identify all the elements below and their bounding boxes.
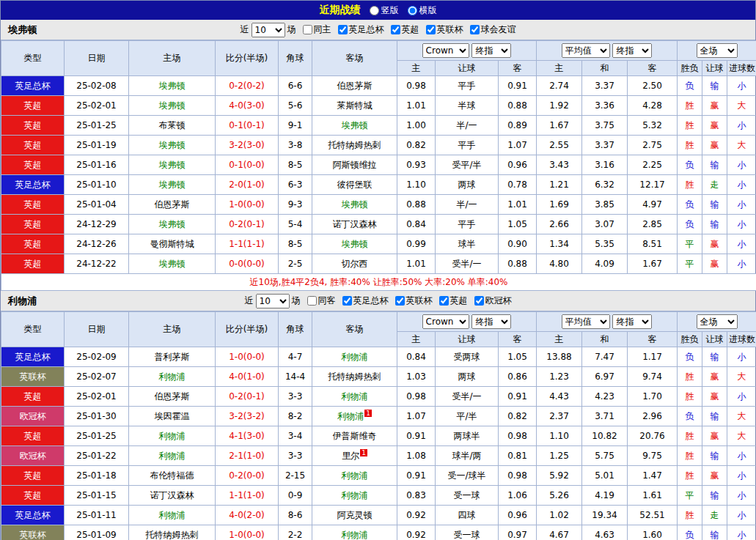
home-odds-cell: 0.91 <box>397 426 436 446</box>
league-filter[interactable]: 英联杯 <box>422 23 463 36</box>
matches-label: 场 <box>292 295 301 307</box>
bookmaker-select[interactable]: Crown <box>422 43 469 58</box>
layout-horizontal-option[interactable]: 横版 <box>408 4 437 17</box>
vertical-radio-label: 竖版 <box>381 4 399 17</box>
result-cell: 胜 <box>678 446 702 466</box>
handicap-line-cell: 两球 <box>436 175 499 195</box>
home-odds-cell: 0.92 <box>397 525 436 540</box>
league-filter[interactable]: 欧冠杯 <box>470 295 512 307</box>
away-team-cell: 埃弗顿 <box>312 116 397 136</box>
corners-cell: 6-3 <box>279 175 312 195</box>
league-filter[interactable]: 球会友谊 <box>466 23 516 36</box>
league-cell: 英超 <box>1 155 65 175</box>
date-cell: 25-01-25 <box>65 116 129 136</box>
same-venue-filter[interactable]: 同主 <box>298 23 331 36</box>
avg-home-cell: 1.02 <box>537 506 582 525</box>
final-odds-select-2[interactable]: 终指 <box>612 314 652 329</box>
home-team-cell: 埃弗顿 <box>129 215 216 234</box>
league-filter-checkbox[interactable] <box>338 25 348 34</box>
filters-bar: 近 10 场 同客 英足总杯 英联杯 英超 <box>245 294 512 308</box>
sub-header-avg-away: 客 <box>628 61 678 76</box>
home-odds-cell: 0.82 <box>397 136 436 155</box>
league-filter-checkbox[interactable] <box>439 296 449 306</box>
league-filter-checkbox[interactable] <box>470 25 480 34</box>
corners-cell: 3-4 <box>279 426 312 446</box>
home-team-cell: 伯恩茅斯 <box>129 195 216 215</box>
league-filter-checkbox[interactable] <box>391 25 400 34</box>
league-cell: 英超 <box>1 486 65 506</box>
average-select[interactable]: 平均值 <box>562 43 610 58</box>
home-odds-cell: 1.10 <box>397 175 436 195</box>
league-cell: 英足总杯 <box>1 506 65 525</box>
goals-result-cell: 大 <box>727 426 756 446</box>
col-header-home: 主场 <box>129 312 216 347</box>
avg-draw-cell: 3.16 <box>582 155 628 175</box>
away-odds-cell: 0.98 <box>499 426 537 446</box>
avg-home-cell: 5.92 <box>537 466 582 486</box>
away-team-cell: 利物浦 <box>312 387 397 407</box>
sub-header-handicap-result: 让球 <box>702 61 727 76</box>
horizontal-radio[interactable] <box>408 6 417 15</box>
recent-count-select[interactable]: 10 <box>252 23 285 37</box>
match-row: 英足总杯25-01-11利物浦4-0(2-0)8-6阿克灵顿0.92四球0.96… <box>1 506 756 525</box>
league-filter-checkbox[interactable] <box>395 296 405 306</box>
home-team-cell: 利物浦 <box>129 426 216 446</box>
panel-title: 近期战绩 <box>320 4 361 17</box>
league-filter[interactable]: 英超 <box>435 295 468 307</box>
corners-cell: 5-4 <box>279 215 312 234</box>
recent-count-select[interactable]: 10 <box>256 294 290 308</box>
score-cell: 4-0(3-0) <box>216 96 279 116</box>
avg-home-cell: 1.23 <box>537 367 582 387</box>
handicap-line-cell: 受平/半 <box>436 155 499 175</box>
goals-result-cell: 大 <box>727 367 756 387</box>
full-match-select[interactable]: 全场 <box>697 43 738 58</box>
result-cell: 胜 <box>678 506 702 525</box>
handicap-line-cell: 受一球 <box>436 525 499 540</box>
away-odds-cell: 0.91 <box>499 76 537 96</box>
away-team-cell: 埃弗顿 <box>312 234 397 254</box>
corners-cell: 3-8 <box>279 136 312 155</box>
final-odds-select[interactable]: 终指 <box>471 314 511 329</box>
same-venue-filter[interactable]: 同客 <box>303 295 336 307</box>
avg-away-cell: 2.85 <box>628 215 678 234</box>
handicap-line-cell: 受半/一 <box>436 254 499 274</box>
layout-vertical-option[interactable]: 竖版 <box>370 4 399 17</box>
score-cell: 4-0(1-0) <box>216 367 279 387</box>
date-cell: 25-02-07 <box>65 367 129 387</box>
home-team-cell: 埃弗顿 <box>129 136 216 155</box>
league-filter[interactable]: 英足总杯 <box>334 23 384 36</box>
match-row: 英超24-12-29埃弗顿0-2(0-1)5-4诺丁汉森林0.84平手1.052… <box>1 215 756 234</box>
final-odds-select-2[interactable]: 终指 <box>612 43 652 58</box>
away-team-cell: 切尔西 <box>312 254 397 274</box>
full-match-select[interactable]: 全场 <box>697 314 738 329</box>
avg-away-cell: 4.28 <box>628 96 678 116</box>
league-filter-checkbox[interactable] <box>426 25 436 34</box>
date-cell: 25-01-16 <box>65 155 129 175</box>
match-row: 英超24-12-26曼彻斯特城1-1(1-1)8-5埃弗顿0.99球半0.901… <box>1 234 756 254</box>
league-filter-checkbox[interactable] <box>474 296 484 306</box>
same-venue-checkbox[interactable] <box>303 25 312 34</box>
result-cell: 胜 <box>678 367 702 387</box>
date-cell: 25-01-22 <box>65 446 129 466</box>
away-team-cell: 伯恩茅斯 <box>312 76 397 96</box>
handicap-line-cell: 平手 <box>436 136 499 155</box>
league-filter[interactable]: 英超 <box>386 23 419 36</box>
result-cell: 胜 <box>678 136 702 155</box>
home-odds-cell: 1.07 <box>397 407 436 426</box>
bookmaker-select[interactable]: Crown <box>422 314 469 329</box>
home-odds-cell: 0.88 <box>397 195 436 215</box>
final-odds-select[interactable]: 终指 <box>471 43 511 58</box>
away-team-cell: 莱斯特城 <box>312 96 397 116</box>
league-filter-checkbox[interactable] <box>342 296 352 306</box>
score-cell: 1-0(0-0) <box>216 347 279 367</box>
same-venue-checkbox[interactable] <box>307 296 317 306</box>
league-filter[interactable]: 英足总杯 <box>338 295 389 307</box>
goals-result-cell: 小 <box>727 466 756 486</box>
home-odds-cell: 0.84 <box>397 347 436 367</box>
col-header-date: 日期 <box>65 312 129 347</box>
vertical-radio[interactable] <box>370 6 379 15</box>
away-odds-cell: 0.98 <box>499 466 537 486</box>
league-filter[interactable]: 英联杯 <box>391 295 433 307</box>
average-select[interactable]: 平均值 <box>562 314 610 329</box>
home-odds-cell: 0.92 <box>397 506 436 525</box>
